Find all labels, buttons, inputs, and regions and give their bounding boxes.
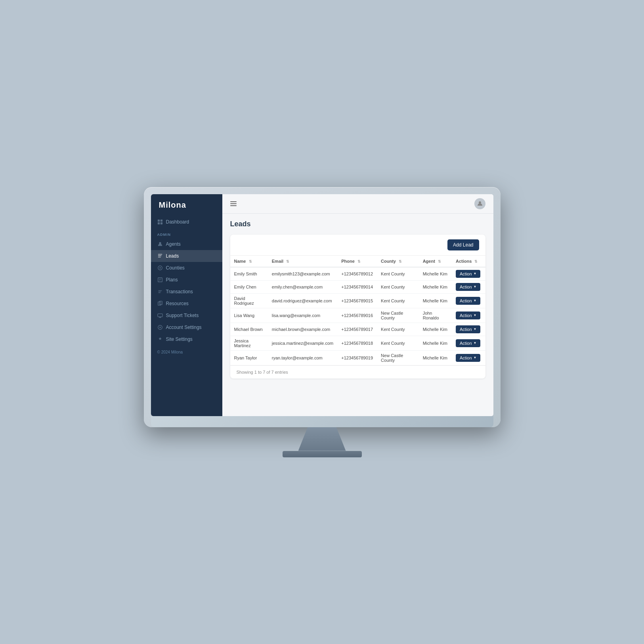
avatar[interactable]: [474, 198, 485, 209]
table-row: Emily Smith emilysmith123@example.com +1…: [230, 267, 485, 281]
sidebar: Milona Dashboard ADMIN: [151, 194, 222, 416]
cell-actions: Action: [452, 267, 485, 281]
cell-phone: +123456789016: [337, 308, 377, 323]
cell-actions: Action: [452, 336, 485, 350]
svg-rect-0: [157, 219, 159, 221]
sidebar-item-site-settings[interactable]: Site Settings: [151, 333, 222, 345]
sidebar-item-resources[interactable]: Resources: [151, 298, 222, 310]
hamburger-menu[interactable]: [230, 201, 237, 206]
cell-name: Michael Brown: [230, 323, 268, 336]
leads-icon: [157, 253, 163, 259]
cell-agent: Michelle Kim: [419, 280, 452, 293]
cell-name: Emily Smith: [230, 267, 268, 281]
svg-rect-2: [157, 222, 159, 224]
table-row: David Rodriguez david.rodriguez@example.…: [230, 293, 485, 308]
page-title: Leads: [230, 220, 485, 228]
cell-agent: Michelle Kim: [419, 350, 452, 365]
admin-section-label: ADMIN: [151, 228, 222, 238]
cell-county: Kent County: [377, 293, 419, 308]
cell-name: Emily Chen: [230, 280, 268, 293]
sidebar-item-support-tickets[interactable]: Support Tickets: [151, 310, 222, 321]
sort-icon-phone: ⇅: [357, 260, 361, 264]
sidebar-item-account-settings[interactable]: Account Settings: [151, 321, 222, 333]
cell-actions: Action: [452, 323, 485, 336]
topbar: [222, 194, 493, 214]
cell-phone: +123456789018: [337, 336, 377, 350]
action-button-6[interactable]: Action: [456, 354, 481, 362]
sidebar-resources-label: Resources: [166, 301, 189, 306]
table-row: Emily Chen emily.chen@example.com +12345…: [230, 280, 485, 293]
cell-county: Kent County: [377, 280, 419, 293]
leads-table: Name ⇅ Email ⇅ Phone ⇅: [230, 256, 485, 365]
action-button-1[interactable]: Action: [456, 283, 481, 291]
sidebar-item-leads[interactable]: Leads: [151, 250, 222, 262]
cell-email: ryan.taylor@example.com: [268, 350, 337, 365]
action-button-4[interactable]: Action: [456, 325, 481, 333]
cell-actions: Action: [452, 293, 485, 308]
cell-county: Kent County: [377, 336, 419, 350]
table-footer: Showing 1 to 7 of 7 entries: [230, 365, 485, 378]
dashboard-icon: [157, 219, 163, 225]
cell-agent: Michelle Kim: [419, 293, 452, 308]
table-row: Jessica Martinez jessica.martinez@exampl…: [230, 336, 485, 350]
svg-rect-15: [157, 313, 162, 317]
svg-rect-6: [158, 255, 161, 256]
site-settings-icon: [157, 336, 163, 342]
sort-icon-name: ⇅: [249, 260, 252, 264]
sidebar-leads-label: Leads: [166, 253, 179, 259]
action-button-0[interactable]: Action: [456, 270, 481, 278]
sidebar-item-plans[interactable]: Plans: [151, 274, 222, 286]
sidebar-item-dashboard[interactable]: Dashboard: [151, 216, 222, 228]
counties-icon: [157, 265, 163, 271]
table-row: Ryan Taylor ryan.taylor@example.com +123…: [230, 350, 485, 365]
transactions-icon: [157, 289, 163, 294]
cell-email: david.rodriguez@example.com: [268, 293, 337, 308]
cell-email: jessica.martinez@example.com: [268, 336, 337, 350]
user-icon: [477, 201, 483, 207]
sidebar-item-agents[interactable]: Agents: [151, 238, 222, 250]
col-email: Email ⇅: [268, 256, 337, 267]
brand-logo: Milona: [151, 194, 222, 216]
svg-rect-5: [158, 254, 162, 254]
sort-icon-email: ⇅: [286, 260, 289, 264]
cell-phone: +123456789019: [337, 350, 377, 365]
col-actions: Actions ⇅: [452, 256, 485, 267]
resources-icon: [157, 301, 163, 306]
sidebar-item-counties[interactable]: Counties: [151, 262, 222, 274]
sidebar-item-transactions[interactable]: Transactions: [151, 286, 222, 298]
main-content: Leads Add Lead Name ⇅: [222, 194, 493, 416]
cell-phone: +123456789014: [337, 280, 377, 293]
sidebar-counties-label: Counties: [166, 265, 185, 271]
cell-email: michael.brown@example.com: [268, 323, 337, 336]
account-settings-icon: [157, 325, 163, 330]
table-body: Emily Smith emilysmith123@example.com +1…: [230, 267, 485, 365]
monitor-chin: [151, 416, 493, 427]
action-button-5[interactable]: Action: [456, 339, 481, 347]
add-lead-button[interactable]: Add Lead: [447, 239, 479, 250]
cell-name: David Rodriguez: [230, 293, 268, 308]
cell-name: Ryan Taylor: [230, 350, 268, 365]
svg-point-9: [159, 267, 161, 269]
cell-email: emilysmith123@example.com: [268, 267, 337, 281]
cell-email: emily.chen@example.com: [268, 280, 337, 293]
sidebar-transactions-label: Transactions: [166, 289, 193, 294]
cell-agent: John Ronaldo: [419, 308, 452, 323]
action-button-2[interactable]: Action: [456, 297, 481, 305]
sidebar-dashboard-label: Dashboard: [166, 219, 189, 225]
table-header-row: Name ⇅ Email ⇅ Phone ⇅: [230, 256, 485, 267]
svg-point-17: [159, 327, 161, 328]
support-icon: [157, 313, 163, 318]
svg-rect-1: [160, 219, 162, 221]
cell-county: Kent County: [377, 267, 419, 281]
action-button-3[interactable]: Action: [456, 311, 481, 319]
cell-county: New Castle County: [377, 308, 419, 323]
table-row: Lisa Wang lisa.wang@example.com +1234567…: [230, 308, 485, 323]
monitor-base: [283, 451, 362, 457]
col-name: Name ⇅: [230, 256, 268, 267]
cell-name: Lisa Wang: [230, 308, 268, 323]
cell-phone: +123456789017: [337, 323, 377, 336]
svg-rect-10: [158, 277, 162, 282]
cell-county: Kent County: [377, 323, 419, 336]
plans-icon: [157, 277, 163, 283]
cell-phone: +123456789015: [337, 293, 377, 308]
